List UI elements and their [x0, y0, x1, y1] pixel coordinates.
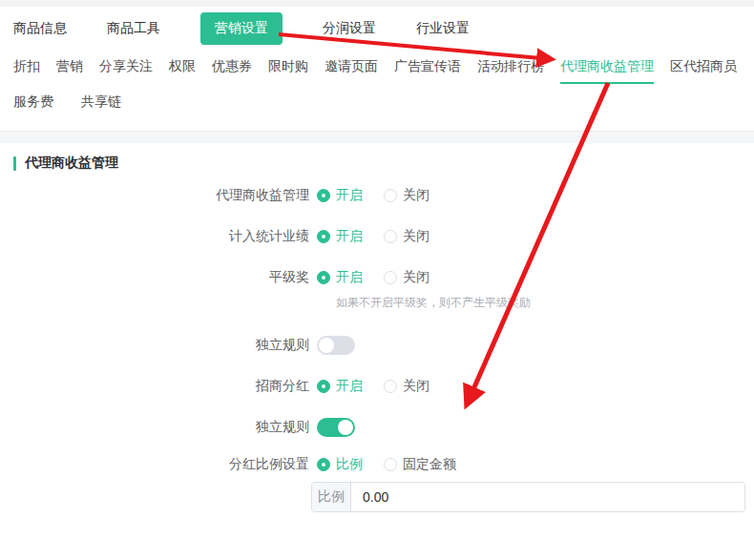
form-row-peer-level-award: 平级奖 开启 关闭 — [13, 268, 741, 287]
ratio-input[interactable] — [351, 483, 744, 511]
sub-tab-share-follow[interactable]: 分享关注 — [99, 58, 153, 84]
sub-tab-flash-sale[interactable]: 限时购 — [268, 58, 308, 84]
sub-tab-coupon[interactable]: 优惠券 — [212, 58, 252, 84]
top-tab-profit-settings[interactable]: 分润设置 — [323, 20, 376, 37]
radio-unchecked-icon — [384, 189, 397, 202]
section-title-text: 代理商收益管理 — [25, 155, 118, 172]
radio-option-fixed-amount[interactable]: 固定金额 — [384, 456, 456, 473]
form-row-independent-rule-1: 独立规则 — [13, 336, 741, 355]
radio-option-on[interactable]: 开启 — [317, 228, 363, 245]
form-row-agent-revenue-management: 代理商收益管理 开启 关闭 — [13, 186, 741, 205]
sub-tab-discount[interactable]: 折扣 — [13, 58, 40, 84]
sub-tab-activity-ranking[interactable]: 活动排行榜 — [477, 58, 544, 84]
sub-tab-service-fee[interactable]: 服务费 — [13, 93, 53, 119]
top-tab-bar: 商品信息 商品工具 营销设置 分润设置 行业设置 — [0, 7, 754, 54]
ratio-input-group: 比例 — [311, 482, 745, 512]
radio-unchecked-icon — [384, 271, 397, 284]
radio-option-on[interactable]: 开启 — [317, 187, 363, 204]
section-title-accent-bar — [13, 156, 16, 171]
field-label: 代理商收益管理 — [13, 187, 309, 204]
field-label: 平级奖 — [13, 269, 309, 286]
ratio-input-prefix-label: 比例 — [312, 483, 351, 511]
sub-tab-bar-row2: 服务费 共享链 — [0, 90, 754, 127]
independent-rule-switch-on[interactable] — [317, 418, 355, 437]
radio-unchecked-icon — [384, 230, 397, 243]
sub-tab-invite-page[interactable]: 邀请页面 — [325, 58, 378, 84]
top-tab-product-info[interactable]: 商品信息 — [13, 20, 67, 37]
radio-checked-icon — [317, 380, 330, 393]
form-row-merchant-dividend: 招商分红 开启 关闭 — [13, 377, 741, 396]
field-label: 计入统计业绩 — [13, 228, 309, 245]
top-tab-industry-settings[interactable]: 行业设置 — [416, 20, 470, 37]
field-label: 分红比例设置 — [13, 456, 309, 473]
radio-option-off[interactable]: 关闭 — [384, 228, 429, 245]
sub-tab-agent-revenue-management[interactable]: 代理商收益管理 — [560, 58, 654, 84]
radio-checked-icon — [317, 189, 330, 202]
form-row-dividend-ratio-setting: 分红比例设置 比例 固定金额 — [13, 455, 741, 474]
sub-tab-shared-chain[interactable]: 共享链 — [81, 93, 121, 119]
section-title: 代理商收益管理 — [13, 154, 741, 173]
page-top-strip — [0, 0, 754, 7]
radio-option-on[interactable]: 开启 — [317, 378, 363, 395]
section-separator — [0, 131, 754, 143]
main-content: 代理商收益管理 代理商收益管理 开启 关闭 计入统计业绩 — [0, 143, 754, 512]
radio-checked-icon — [317, 230, 330, 243]
field-label: 招商分红 — [13, 378, 309, 395]
radio-unchecked-icon — [384, 458, 397, 471]
top-tab-marketing-settings[interactable]: 营销设置 — [200, 12, 283, 45]
sub-tab-marketing[interactable]: 营销 — [56, 58, 83, 84]
settings-form: 代理商收益管理 开启 关闭 计入统计业绩 开启 — [13, 186, 741, 512]
form-row-independent-rule-2: 独立规则 — [13, 418, 741, 437]
radio-option-off[interactable]: 关闭 — [384, 269, 429, 286]
radio-option-on[interactable]: 开启 — [317, 269, 363, 286]
independent-rule-switch-off[interactable] — [317, 336, 355, 355]
form-row-count-into-stats: 计入统计业绩 开启 关闭 — [13, 227, 741, 246]
sub-tab-ad-slogan[interactable]: 广告宣传语 — [394, 58, 461, 84]
radio-unchecked-icon — [384, 380, 397, 393]
radio-checked-icon — [317, 271, 330, 284]
radio-option-ratio[interactable]: 比例 — [317, 456, 363, 473]
top-tab-product-tools[interactable]: 商品工具 — [107, 20, 160, 37]
field-label: 独立规则 — [13, 337, 309, 354]
sub-tab-permission[interactable]: 权限 — [169, 58, 196, 84]
sub-tab-bar-row1: 折扣 营销 分享关注 权限 优惠券 限时购 邀请页面 广告宣传语 活动排行榜 代… — [0, 54, 754, 84]
sub-tab-district-agent-recruiter[interactable]: 区代招商员 — [670, 58, 737, 84]
radio-option-off[interactable]: 关闭 — [384, 378, 429, 395]
radio-option-off[interactable]: 关闭 — [384, 187, 429, 204]
radio-checked-icon — [317, 458, 330, 471]
field-label: 独立规则 — [13, 419, 309, 436]
peer-level-award-hint: 如果不开启平级奖，则不产生平级奖励 — [336, 295, 741, 311]
